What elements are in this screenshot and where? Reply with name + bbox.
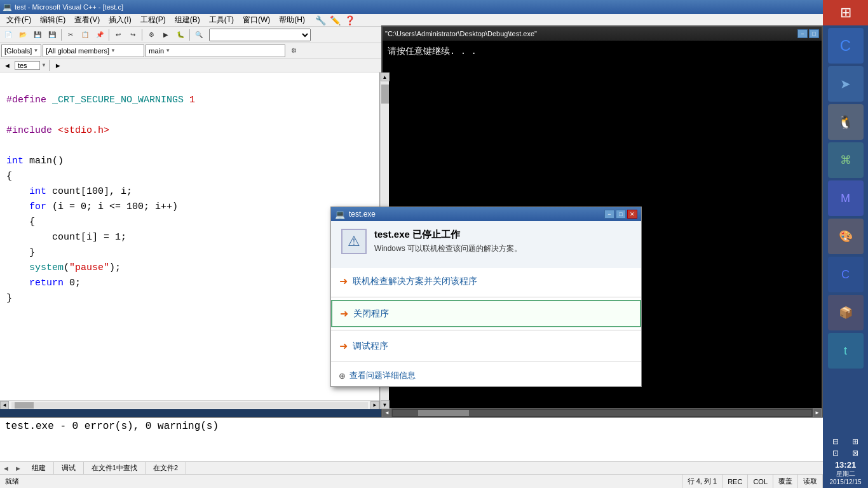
menu-file[interactable]: 文件(F) — [3, 14, 35, 26]
file-tab-arrow[interactable]: ▼ — [41, 62, 46, 68]
sys-icon-4[interactable]: ⊠ — [852, 449, 858, 458]
console-text: 请按任意键继续. . . — [388, 46, 477, 57]
scroll-left-btn[interactable]: ◄ — [0, 401, 9, 410]
option2-label: 关闭程序 — [353, 308, 389, 320]
toolbar-icon-2[interactable]: ✏️ — [330, 15, 341, 25]
taskbar-icon-cc[interactable]: C — [828, 257, 864, 292]
taskbar-icon-svn[interactable]: ⌘ — [828, 142, 864, 178]
v-scroll-thumb[interactable] — [381, 85, 389, 104]
taskbar-icon-arrow[interactable]: ➤ — [828, 66, 864, 102]
scroll-track[interactable] — [11, 402, 368, 409]
scroll-down-btn[interactable]: ▼ — [381, 400, 390, 409]
dialog-option-2[interactable]: ➜ 关闭程序 — [331, 300, 641, 327]
paste-btn[interactable]: 📌 — [93, 28, 107, 42]
taskbar-time: 13:21 — [825, 460, 865, 470]
taskbar-icon-t[interactable]: t — [828, 333, 864, 369]
console-h-scrollbar[interactable]: ◄ ► — [383, 408, 822, 417]
redo-btn[interactable]: ↪ — [126, 28, 140, 42]
compile-btn[interactable]: ⚙ — [144, 28, 158, 42]
dialog-option-3[interactable]: ➜ 调试程序 — [331, 333, 641, 359]
menu-project[interactable]: 工程(P) — [137, 14, 170, 26]
console-min-btn[interactable]: − — [797, 29, 808, 38]
file-tab[interactable]: tes — [15, 61, 40, 70]
find-btn[interactable]: 🔍 — [192, 28, 206, 42]
tab-find1[interactable]: 在文件1中查找 — [84, 462, 146, 475]
run-btn[interactable]: ▶ — [159, 28, 173, 42]
dialog-text-block: test.exe 已停止工作 Windows 可以联机检查该问题的解决方案。 — [374, 229, 522, 254]
func-dropdown[interactable]: main ▼ — [146, 44, 285, 57]
taskbar-icons: C ➤ 🐧 ⌘ M 🎨 C 📦 t — [828, 25, 864, 435]
cut-btn[interactable]: ✂ — [64, 28, 78, 42]
taskbar-system-icons-2: ⊡ ⊠ — [825, 449, 865, 458]
new-file-btn[interactable]: 📄 — [1, 28, 15, 42]
output-panel: test.exe - 0 error(s), 0 warning(s) ◄ ► … — [0, 417, 823, 474]
dialog-divider-1 — [331, 297, 641, 297]
debug-btn[interactable]: 🐛 — [173, 28, 187, 42]
nav-left-icon[interactable]: ◄ — [1, 62, 13, 69]
tab-nav-left[interactable]: ◄ — [0, 464, 12, 472]
settings-btn[interactable]: ⚙ — [287, 44, 301, 58]
func-label: main — [149, 47, 164, 55]
scroll-up-btn[interactable]: ▲ — [381, 72, 390, 81]
console-title-bar: "C:\Users\Administrator\Desktop\Debug\te… — [383, 27, 822, 41]
code-content: #define _CRT_SECURE_NO_WARNINGS 1 #inclu… — [0, 72, 379, 327]
open-btn[interactable]: 📂 — [16, 28, 30, 42]
tab-build[interactable]: 组建 — [24, 462, 54, 475]
taskbar-icon-qq[interactable]: 🐧 — [828, 104, 864, 140]
toolbar-icon-3[interactable]: ❓ — [344, 15, 355, 25]
undo-btn[interactable]: ↩ — [111, 28, 125, 42]
dialog-option-1[interactable]: ➜ 联机检查解决方案并关闭该程序 — [331, 268, 641, 294]
console-max-btn[interactable]: □ — [809, 29, 819, 38]
sys-icon-1[interactable]: ⊟ — [832, 437, 839, 446]
toolbar-icon-1[interactable]: 🔧 — [315, 15, 326, 25]
menu-bar: 文件(F) 编辑(E) 查看(V) 插入(I) 工程(P) 组建(B) 工具(T… — [0, 14, 868, 27]
sep5 — [49, 60, 50, 71]
output-content: test.exe - 0 error(s), 0 warning(s) — [0, 418, 823, 435]
menu-window[interactable]: 窗口(W) — [239, 14, 274, 26]
dialog-max-btn[interactable]: □ — [616, 210, 626, 219]
taskbar-icon-box[interactable]: 📦 — [828, 295, 864, 330]
save-all-btn[interactable]: 💾 — [45, 28, 59, 42]
scroll-thumb[interactable] — [15, 402, 34, 409]
menu-view[interactable]: 查看(V) — [71, 14, 104, 26]
console-scroll-left[interactable]: ◄ — [383, 409, 391, 417]
copy-btn[interactable]: 📋 — [78, 28, 92, 42]
console-scroll-thumb[interactable] — [418, 410, 469, 416]
dialog-close-btn[interactable]: ✕ — [627, 210, 637, 219]
console-scroll-track[interactable] — [393, 410, 811, 416]
dialog-title-text: test.exe — [349, 210, 376, 219]
qq-icon: 🐧 — [837, 114, 853, 130]
taskbar-icon-paint[interactable]: 🎨 — [828, 219, 864, 254]
sys-icon-2[interactable]: ⊞ — [852, 437, 858, 446]
tab-nav-right[interactable]: ► — [12, 464, 24, 472]
scroll-right-btn[interactable]: ► — [370, 401, 379, 410]
menu-insert[interactable]: 插入(I) — [105, 14, 135, 26]
taskbar-icon-visual[interactable]: M — [828, 180, 864, 216]
start-button[interactable]: ⊞ — [823, 0, 868, 25]
code-editor[interactable]: #define _CRT_SECURE_NO_WARNINGS 1 #inclu… — [0, 72, 380, 409]
dialog-details[interactable]: ⊕ 查看问题详细信息 — [331, 365, 641, 386]
sys-icon-3[interactable]: ⊡ — [832, 449, 839, 458]
h-scrollbar[interactable]: ◄ ► — [0, 400, 379, 409]
members-label: [All global members] — [46, 47, 109, 55]
app-icon: 💻 — [3, 3, 12, 11]
menu-build[interactable]: 组建(B) — [171, 14, 204, 26]
search-box[interactable] — [209, 29, 311, 41]
status-line-col: 行 4, 列 1 — [682, 475, 722, 488]
menu-help[interactable]: 帮助(H) — [275, 14, 309, 26]
members-dropdown[interactable]: [All global members] ▼ — [43, 44, 144, 57]
menu-tools[interactable]: 工具(T) — [205, 14, 238, 26]
menu-edit[interactable]: 编辑(E) — [36, 14, 69, 26]
chrome-icon: C — [840, 37, 851, 55]
save-btn[interactable]: 💾 — [31, 28, 44, 42]
console-scroll-right[interactable]: ► — [813, 409, 822, 417]
dialog-options: ➜ 联机检查解决方案并关闭该程序 ➜ 关闭程序 ➜ 调试程序 ⊕ 查看问题详细信… — [331, 268, 641, 386]
func-arrow: ▼ — [165, 48, 170, 53]
dialog-min-btn[interactable]: − — [604, 210, 614, 219]
tab-find2[interactable]: 在文件2 — [146, 462, 186, 475]
status-ready: 就绪 — [0, 475, 682, 488]
taskbar-icon-chrome[interactable]: C — [828, 28, 864, 64]
nav-forward-icon[interactable]: ► — [52, 62, 64, 69]
tab-debug[interactable]: 调试 — [54, 462, 84, 475]
globals-dropdown[interactable]: [Globals] ▼ — [1, 44, 41, 57]
